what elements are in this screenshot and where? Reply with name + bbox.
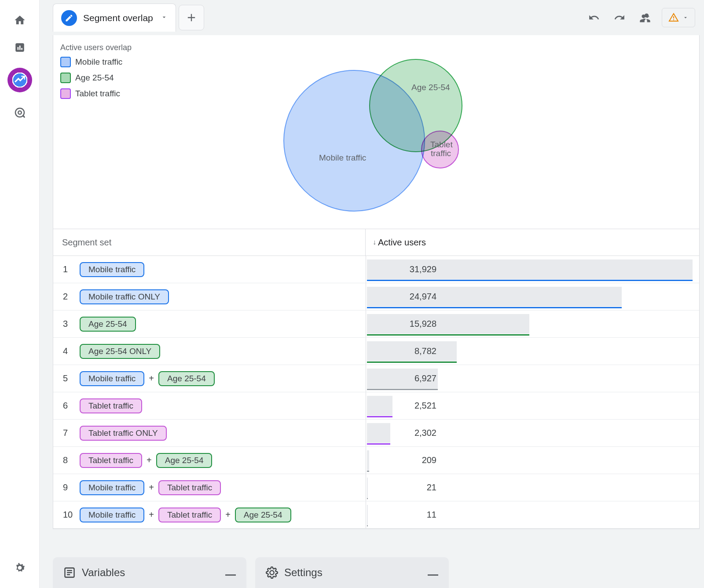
bar-underline [367,389,438,390]
settings-icon [266,566,278,579]
segment-chip: Tablet traffic ONLY [80,426,167,441]
svg-rect-6 [673,16,674,18]
row-index: 5 [53,373,80,383]
left-nav-rail [0,0,40,588]
row-bar-cell: 15,928 [366,310,699,337]
legend-swatch [60,57,71,67]
row-index: 7 [53,428,80,438]
row-index: 3 [53,319,80,329]
segment-chip: Age 25-54 [235,508,291,522]
sort-desc-icon: ↓ [373,238,376,246]
row-chips: Mobile traffic+Tablet traffic+Age 25-54 [80,508,366,522]
table-row[interactable]: 9 Mobile traffic+Tablet traffic 21 [53,474,699,501]
segment-table: Segment set ↓ Active users 1 Mobile traf… [53,229,699,529]
legend-title: Active users overlap [60,43,132,52]
table-row[interactable]: 1 Mobile traffic 31,929 [53,256,699,283]
col-header-active-users[interactable]: ↓ Active users [366,237,699,248]
tab-dropdown-icon[interactable] [161,14,168,22]
table-row[interactable]: 7 Tablet traffic ONLY 2,302 [53,420,699,447]
chevron-down-icon [682,15,689,21]
advertising-icon[interactable] [13,106,27,120]
tab-title: Segment overlap [83,13,154,23]
settings-panel[interactable]: Settings [255,557,449,588]
row-value: 15,928 [366,319,436,329]
row-index: 6 [53,401,80,411]
segment-chip: Tablet traffic [80,398,142,413]
table-header: Segment set ↓ Active users [53,229,699,256]
row-chips: Tablet traffic ONLY [80,426,366,441]
exploration-tab[interactable]: Segment overlap [53,4,176,32]
segment-chip: Mobile traffic [80,262,144,277]
segment-chip: Age 25-54 ONLY [80,344,160,359]
bar-underline [367,307,622,308]
undo-button[interactable] [585,9,603,26]
segment-chip: Mobile traffic [80,508,144,522]
table-row[interactable]: 5 Mobile traffic+Age 25-54 6,927 [53,365,699,392]
segment-chip: Mobile traffic [80,371,144,386]
segment-chip: Tablet traffic [158,508,221,522]
table-row[interactable]: 8 Tablet traffic+Age 25-54 209 [53,447,699,474]
chart-legend: Active users overlap Mobile traffic Age … [60,43,132,104]
row-chips: Mobile traffic [80,262,366,277]
row-index: 10 [53,510,80,520]
reports-icon[interactable] [13,40,27,55]
pencil-icon [61,10,77,26]
exploration-card: Active users overlap Mobile traffic Age … [53,35,700,529]
row-bar-cell: 24,974 [366,283,699,310]
explore-icon[interactable] [7,68,32,92]
table-row[interactable]: 4 Age 25-54 ONLY 8,782 [53,338,699,365]
legend-label: Age 25-54 [75,73,114,83]
legend-swatch [60,73,71,83]
home-icon[interactable] [13,13,27,27]
table-row[interactable]: 2 Mobile traffic ONLY 24,974 [53,283,699,310]
plus-icon: + [149,510,154,520]
svg-rect-15 [225,574,236,576]
row-chips: Tablet traffic [80,398,366,413]
row-bar-cell: 31,929 [366,256,699,283]
col-header-segment-set[interactable]: Segment set [53,229,366,256]
legend-item[interactable]: Tablet traffic [60,88,132,99]
bottom-panels: Variables Settings [53,557,449,588]
row-chips: Age 25-54 [80,317,366,332]
bar-underline [367,471,369,472]
segment-chip: Age 25-54 [80,317,136,332]
venn-label-mobile: Mobile traffic [319,153,366,162]
table-row[interactable]: 10 Mobile traffic+Tablet traffic+Age 25-… [53,501,699,529]
segment-chip: Tablet traffic [80,453,142,468]
row-chips: Mobile traffic+Age 25-54 [80,371,366,386]
row-value: 11 [366,510,436,520]
legend-swatch [60,88,71,99]
segment-chip: Age 25-54 [158,371,215,386]
collapse-icon[interactable] [225,566,236,579]
variables-label: Variables [82,566,125,579]
row-value: 24,974 [366,292,436,302]
legend-label: Tablet traffic [75,89,120,99]
row-bar-cell: 2,302 [366,420,699,446]
bar-underline [367,443,390,445]
main-area: Segment overlap [40,0,704,588]
bar-underline [367,280,693,281]
row-index: 1 [53,264,80,274]
row-value: 2,521 [366,401,436,411]
share-button[interactable] [636,9,654,26]
collapse-icon[interactable] [428,566,438,579]
row-index: 9 [53,482,80,493]
legend-item[interactable]: Mobile traffic [60,57,132,67]
add-tab-button[interactable] [179,5,204,30]
svg-rect-1 [17,47,18,50]
legend-item[interactable]: Age 25-54 [60,73,132,83]
variables-panel[interactable]: Variables [53,557,246,588]
redo-button[interactable] [611,9,628,26]
table-row[interactable]: 6 Tablet traffic 2,521 [53,392,699,420]
table-row[interactable]: 3 Age 25-54 15,928 [53,310,699,338]
bar-underline [367,525,368,526]
svg-rect-7 [673,19,674,20]
plus-icon: + [147,455,152,465]
bar-underline [367,498,368,499]
toolbar: Segment overlap [40,0,704,35]
admin-gear-icon[interactable] [13,561,27,575]
data-quality-button[interactable] [662,8,695,27]
plus-icon: + [225,510,231,520]
warning-icon [668,12,679,23]
svg-point-5 [18,111,22,114]
